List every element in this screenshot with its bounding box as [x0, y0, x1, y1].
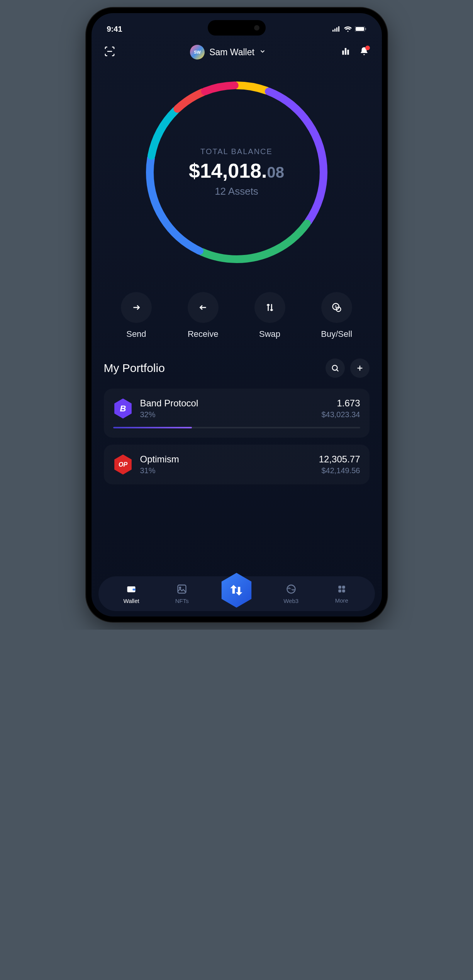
asset-name: Band Protocol: [140, 398, 315, 409]
portfolio-title: My Portfolio: [104, 362, 165, 375]
actions-row: Send Receive Swap $ Buy/Sell: [92, 280, 382, 347]
signal-icon: [332, 26, 341, 32]
wallet-icon: [126, 584, 137, 596]
wallet-name: Sam Wallet: [209, 47, 254, 58]
svg-rect-7: [342, 51, 344, 55]
asset-card[interactable]: B Band Protocol 32% 1.673 $43,023.34: [104, 389, 370, 438]
swap-label: Swap: [259, 329, 280, 339]
balance-cents: 08: [267, 164, 284, 181]
more-icon: [337, 584, 347, 596]
svg-rect-0: [332, 30, 334, 32]
svg-rect-9: [348, 50, 349, 55]
buysell-label: Buy/Sell: [321, 329, 352, 339]
portfolio-section: My Portfolio B Band Protocol 32%: [92, 347, 382, 484]
notification-button[interactable]: [359, 46, 369, 58]
phone-frame: 9:41 SW Sam Walle: [86, 8, 387, 622]
status-icons: [332, 26, 366, 32]
nav-web3[interactable]: Web3: [278, 584, 305, 604]
nav-more-label: More: [335, 597, 348, 604]
wifi-icon: [344, 26, 352, 32]
balance-main: $14,018.: [189, 160, 267, 182]
nav-nfts-label: NFTs: [175, 598, 189, 604]
asset-amount: 1.673: [321, 398, 360, 409]
receive-label: Receive: [188, 329, 218, 339]
nav-wallet-label: Wallet: [124, 598, 139, 604]
portfolio-header: My Portfolio: [104, 358, 370, 378]
balance-label: TOTAL BALANCE: [140, 147, 333, 156]
send-label: Send: [126, 329, 146, 339]
svg-rect-2: [336, 27, 337, 32]
asset-card[interactable]: OP Optimism 31% 12,305.77 $42,149.56: [104, 445, 370, 484]
asset-name: Optimism: [140, 454, 312, 465]
asset-percent: 32%: [140, 410, 315, 419]
svg-text:$: $: [335, 305, 337, 309]
svg-rect-8: [345, 48, 346, 54]
bell-icon: [359, 51, 369, 58]
app-header: SW Sam Wallet: [92, 36, 382, 68]
svg-rect-34: [342, 589, 345, 593]
asset-usd: $42,149.56: [319, 466, 360, 475]
svg-point-29: [180, 587, 181, 588]
asset-amount: 12,305.77: [319, 454, 360, 465]
svg-rect-32: [342, 586, 345, 589]
svg-rect-28: [178, 585, 186, 593]
scan-icon[interactable]: [104, 46, 115, 59]
svg-rect-31: [338, 586, 341, 589]
search-icon: [331, 364, 339, 372]
svg-point-22: [332, 365, 337, 370]
send-button[interactable]: Send: [121, 292, 152, 339]
svg-rect-1: [334, 29, 336, 32]
nav-web3-label: Web3: [283, 598, 298, 604]
nft-icon: [176, 584, 187, 596]
battery-icon: [355, 26, 366, 32]
balance-section: TOTAL BALANCE $14,018.08 12 Assets: [92, 68, 382, 280]
asset-icon: B: [113, 399, 133, 419]
web3-icon: [286, 584, 297, 596]
send-icon: [121, 292, 152, 323]
swap-icon: [254, 292, 285, 323]
balance-amount: $14,018.08: [140, 159, 333, 182]
svg-rect-6: [365, 28, 366, 30]
buysell-icon: $: [321, 292, 352, 323]
swap-center-icon: [230, 584, 243, 597]
donut-center: TOTAL BALANCE $14,018.08 12 Assets: [140, 147, 333, 197]
notification-dot: [365, 46, 370, 50]
bottom-nav: Wallet NFTs Web3 More: [98, 576, 375, 611]
nav-more[interactable]: More: [328, 584, 355, 604]
svg-rect-3: [338, 26, 339, 32]
assets-count: 12 Assets: [140, 185, 333, 197]
search-button[interactable]: [326, 358, 345, 378]
svg-rect-5: [356, 27, 364, 31]
svg-rect-27: [133, 588, 136, 590]
nav-wallet[interactable]: Wallet: [118, 584, 145, 604]
buysell-button[interactable]: $ Buy/Sell: [321, 292, 352, 339]
receive-button[interactable]: Receive: [188, 292, 219, 339]
progress-bar: [113, 427, 360, 428]
chevron-down-icon: [259, 48, 266, 56]
nav-nfts[interactable]: NFTs: [168, 584, 195, 604]
asset-icon: OP: [113, 455, 133, 475]
nav-center-button[interactable]: [219, 573, 254, 608]
phone-screen: 9:41 SW Sam Walle: [92, 13, 382, 617]
asset-usd: $43,023.34: [321, 410, 360, 419]
portfolio-list: B Band Protocol 32% 1.673 $43,023.34 OP …: [104, 389, 370, 484]
status-time: 9:41: [107, 25, 122, 34]
notch: [208, 20, 266, 36]
avatar: SW: [190, 45, 205, 59]
add-button[interactable]: [350, 358, 370, 378]
chart-icon[interactable]: [341, 46, 351, 58]
svg-line-23: [336, 370, 338, 372]
wallet-selector[interactable]: SW Sam Wallet: [190, 45, 266, 59]
plus-icon: [356, 364, 364, 372]
donut-chart: TOTAL BALANCE $14,018.08 12 Assets: [140, 76, 333, 269]
asset-percent: 31%: [140, 466, 312, 475]
swap-button[interactable]: Swap: [254, 292, 285, 339]
svg-rect-33: [338, 589, 341, 593]
receive-icon: [188, 292, 219, 323]
